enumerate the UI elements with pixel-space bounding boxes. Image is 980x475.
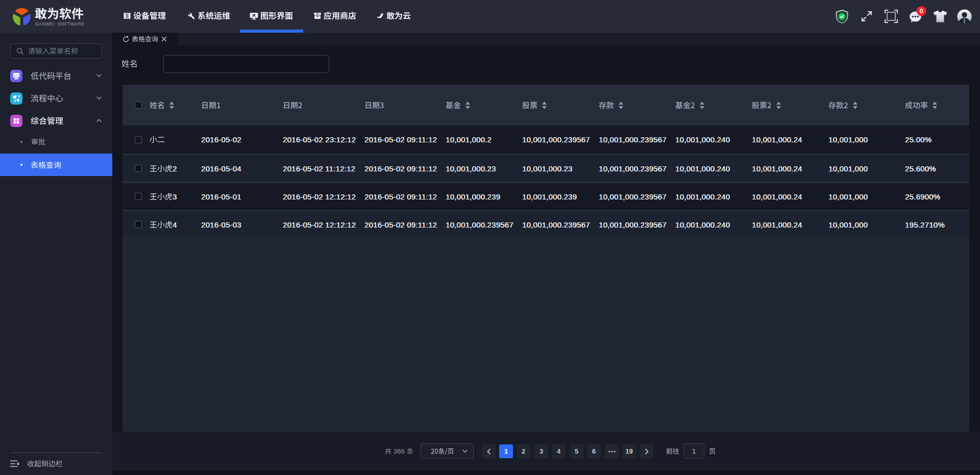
svg-text:0: 0 <box>920 8 923 15</box>
svg-text:(/): (/) <box>14 74 19 78</box>
